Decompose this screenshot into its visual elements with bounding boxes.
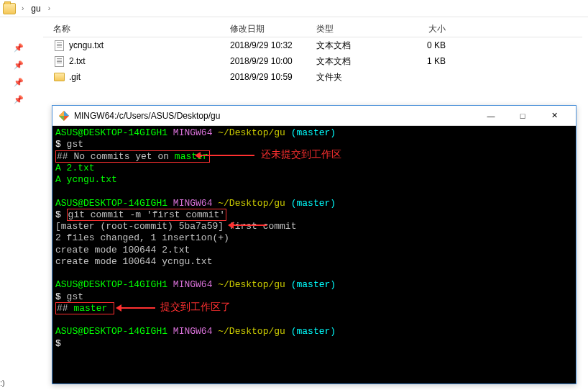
prompt-path: ~/Desktop/gu — [218, 326, 285, 337]
prompt-user: ASUS@DESKTOP-14GIGH1 — [55, 279, 167, 290]
prompt-path: ~/Desktop/gu — [218, 198, 285, 209]
col-header-date[interactable]: 修改日期 — [230, 23, 316, 35]
file-row[interactable]: ycngu.txt2018/9/29 10:32文本文档0 KB — [43, 37, 582, 53]
prompt-user: ASUS@DESKTOP-14GIGH1 — [55, 326, 167, 337]
prompt-path: ~/Desktop/gu — [218, 279, 285, 290]
prompt-user: ASUS@DESKTOP-14GIGH1 — [55, 127, 167, 138]
file-name: ycngu.txt — [69, 40, 104, 50]
textfile-icon — [53, 40, 65, 51]
prompt-branch: (master) — [291, 127, 336, 138]
folder-icon — [53, 71, 65, 83]
prompt-env: MINGW64 — [173, 279, 213, 290]
annotation: 还未提交到工作区 — [261, 148, 341, 161]
pin-icon[interactable]: 📌 — [14, 95, 24, 105]
file-type: 文本文档 — [316, 40, 403, 52]
col-header-size[interactable]: 大小 — [403, 23, 460, 35]
status-emoticon: :) — [0, 378, 5, 387]
file-date: 2018/9/29 10:59 — [230, 72, 316, 82]
svg-marker-3 — [59, 111, 64, 116]
file-type: 文件夹 — [316, 71, 403, 83]
file-list-header: 名称 修改日期 类型 大小 — [43, 22, 582, 37]
pin-icon[interactable]: 📌 — [14, 43, 24, 53]
prompt-branch: (master) — [291, 279, 336, 290]
terminal-body[interactable]: ASUS@DESKTOP-14GIGH1 MINGW64 ~/Desktop/g… — [52, 126, 576, 384]
prompt-branch: (master) — [291, 326, 336, 337]
prompt-branch: (master) — [291, 198, 336, 209]
staged-line: A 2.txt — [55, 163, 573, 174]
textfile-icon — [53, 55, 65, 67]
mintty-icon — [58, 110, 70, 122]
prompt-dollar: $ — [55, 209, 67, 220]
staged-line: A ycngu.txt — [55, 174, 573, 186]
folder-icon — [3, 3, 16, 14]
file-name: .git — [69, 72, 81, 82]
prompt-user: ASUS@DESKTOP-14GIGH1 — [55, 198, 167, 209]
arrow-icon — [117, 307, 155, 309]
arrow-icon — [229, 225, 267, 226]
commit-output: create mode 100644 2.txt — [55, 245, 573, 256]
terminal-title: MINGW64:/c/Users/ASUS/Desktop/gu — [74, 111, 475, 121]
col-header-type[interactable]: 类型 — [316, 23, 403, 35]
col-header-name[interactable]: 名称 — [43, 23, 230, 35]
cmd-gst: gst — [67, 291, 83, 302]
prompt-env: MINGW64 — [173, 127, 213, 138]
file-size: 1 KB — [403, 56, 460, 66]
commit-output: 2 files changed, 1 insertion(+) — [55, 232, 573, 244]
status-hash: ## — [57, 151, 68, 162]
file-size: 0 KB — [403, 40, 460, 50]
prompt-dollar: $ — [55, 139, 67, 150]
chevron-right-icon[interactable]: › — [45, 4, 53, 12]
prompt-path: ~/Desktop/gu — [218, 127, 285, 138]
annotation: 提交到工作区了 — [160, 301, 231, 314]
prompt-dollar: $ — [55, 291, 67, 302]
file-row[interactable]: 2.txt2018/9/29 10:00文本文档1 KB — [43, 53, 582, 69]
quickaccess-sidebar: 📌 📌 📌 📌 — [0, 36, 37, 112]
cmd-gst: gst — [67, 139, 83, 150]
status-text: No commits yet on — [73, 151, 174, 162]
close-button[interactable]: ✕ — [538, 106, 570, 126]
commit-output: create mode 100644 ycngu.txt — [55, 256, 573, 268]
arrow-icon — [196, 155, 254, 156]
highlight-box: git commit -m 'first commit' — [67, 209, 226, 221]
file-date: 2018/9/29 10:00 — [230, 56, 316, 66]
terminal-window: MINGW64:/c/Users/ASUS/Desktop/gu — □ ✕ A… — [52, 105, 576, 384]
chevron-right-icon[interactable]: › — [19, 4, 27, 12]
svg-marker-1 — [64, 111, 69, 116]
minimize-button[interactable]: — — [475, 106, 507, 126]
breadcrumb: › gu › — [0, 0, 588, 17]
status-hash: ## — [57, 303, 68, 314]
prompt-dollar: $ — [55, 338, 61, 349]
svg-marker-2 — [59, 116, 64, 121]
prompt-env: MINGW64 — [173, 198, 213, 209]
pin-icon[interactable]: 📌 — [14, 60, 24, 71]
terminal-titlebar[interactable]: MINGW64:/c/Users/ASUS/Desktop/gu — □ ✕ — [52, 106, 576, 126]
breadcrumb-folder[interactable]: gu — [27, 4, 45, 14]
highlight-box: ## master — [55, 302, 114, 314]
pin-icon[interactable]: 📌 — [14, 78, 24, 88]
prompt-env: MINGW64 — [173, 326, 213, 337]
status-branch: master — [73, 303, 107, 314]
commit-output: [master (root-commit) 5ba7a59] first com… — [55, 221, 573, 232]
maximize-button[interactable]: □ — [507, 106, 538, 126]
file-row[interactable]: .git2018/9/29 10:59文件夹 — [43, 69, 582, 85]
file-type: 文本文档 — [316, 55, 403, 68]
highlight-box: ## No commits yet on master — [55, 150, 210, 163]
file-list: 名称 修改日期 类型 大小 ycngu.txt2018/9/29 10:32文本… — [43, 22, 582, 85]
cmd-commit: git commit -m 'first commit' — [68, 209, 225, 220]
file-name: 2.txt — [69, 56, 86, 66]
file-date: 2018/9/29 10:32 — [230, 40, 316, 50]
